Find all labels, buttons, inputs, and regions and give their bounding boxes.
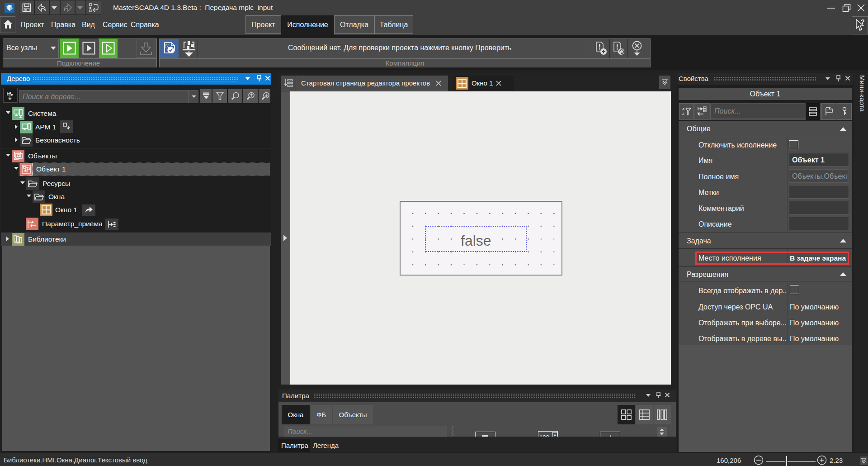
svg-text:Z: Z [682, 112, 684, 116]
svg-text:?: ? [861, 19, 865, 25]
svg-text:A: A [682, 107, 685, 111]
